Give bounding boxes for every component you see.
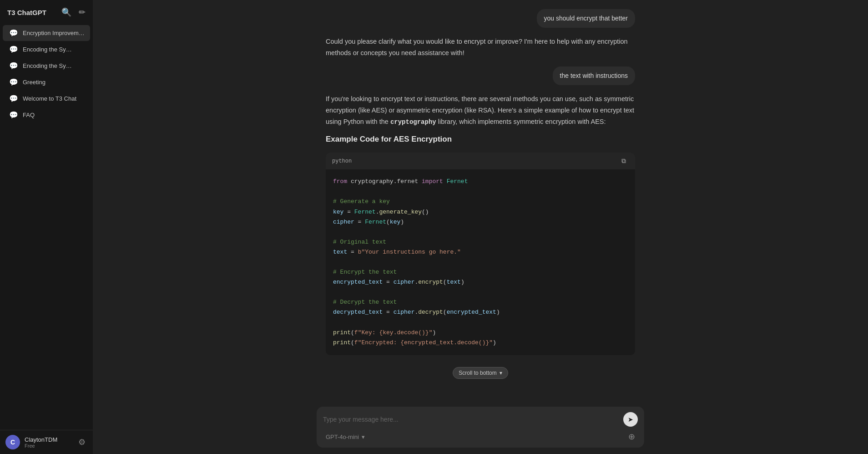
user-bubble-2: the text with instructions	[553, 66, 635, 85]
send-button[interactable]: ➤	[623, 412, 638, 427]
attach-button[interactable]: ⊕	[626, 430, 638, 443]
sidebar-title: T3 ChatGPT	[7, 9, 46, 16]
scroll-to-bottom-button[interactable]: Scroll to bottom ▾	[453, 367, 508, 379]
assistant-message-1: Could you please clarify what you would …	[326, 36, 635, 58]
avatar: C	[5, 435, 20, 449]
sidebar-list: 💬 Encryption Improvement S... 💬 Encoding…	[0, 23, 93, 430]
assistant-text-2-part2: library, which implements symmetric encr…	[438, 118, 606, 125]
assistant-text-2: If you're looking to encrypt text or ins…	[326, 93, 635, 355]
sidebar-footer: C ClaytonTDM Free ⚙	[0, 430, 93, 454]
sidebar-item-encoding-2[interactable]: 💬 Encoding the System Pro ... ···	[3, 58, 90, 74]
sidebar-item-label-1: Encryption Improvement S...	[23, 30, 85, 36]
sidebar-item-label-4: Greeting	[23, 79, 85, 86]
chat-bubble-icon-4: 💬	[9, 78, 18, 87]
search-button[interactable]: 🔍	[60, 6, 73, 18]
example-heading: Example Code for AES Encryption	[326, 133, 635, 146]
user-plan: Free	[25, 443, 57, 449]
sidebar-item-encryption-improvement[interactable]: 💬 Encryption Improvement S...	[3, 25, 90, 41]
sidebar-item-label-6: FAQ	[23, 112, 85, 118]
chevron-down-icon-model: ▾	[362, 434, 365, 440]
assistant-text-1: Could you please clarify what you would …	[326, 36, 635, 58]
assistant-message-2: If you're looking to encrypt text or ins…	[326, 93, 635, 355]
chat-content: you should encrypt that better Could you…	[317, 9, 644, 383]
settings-icon: ⚙	[78, 438, 86, 447]
sidebar: T3 ChatGPT 🔍 ✏ 💬 Encryption Improvement …	[0, 0, 93, 454]
chat-bubble-icon-5: 💬	[9, 94, 18, 103]
attach-icon: ⊕	[628, 432, 635, 441]
code-block: from cryptography.fernet import Fernet #…	[326, 169, 635, 355]
user-message-1: you should encrypt that better	[326, 9, 635, 28]
sidebar-header: T3 ChatGPT 🔍 ✏	[0, 0, 93, 23]
user-info: C ClaytonTDM Free	[5, 435, 57, 449]
copy-button[interactable]: ⧉	[619, 156, 629, 166]
code-block-wrapper: python ⧉ from cryptography.fernet import…	[326, 153, 635, 355]
assistant-paragraph-2: If you're looking to encrypt text or ins…	[326, 93, 635, 128]
assistant-paragraph-1: Could you please clarify what you would …	[326, 36, 635, 58]
user-name: ClaytonTDM	[25, 436, 57, 443]
sidebar-item-encoding-1[interactable]: 💬 Encoding the System Pro ... ···	[3, 41, 90, 57]
input-container: ➤ GPT-4o-mini ▾ ⊕	[317, 407, 644, 448]
scroll-bottom-label: Scroll to bottom	[459, 370, 496, 376]
sidebar-item-label-5: Welcome to T3 Chat	[23, 95, 85, 102]
chat-bubble-icon-6: 💬	[9, 111, 18, 119]
sidebar-item-greeting[interactable]: 💬 Greeting	[3, 74, 90, 90]
code-block-header: python ⧉	[326, 153, 635, 169]
chat-bubble-icon-1: 💬	[9, 29, 18, 37]
user-bubble-1: you should encrypt that better	[537, 9, 635, 28]
inline-code-cryptography: cryptography	[390, 118, 436, 126]
code-lang-label: python	[332, 157, 352, 166]
model-selector[interactable]: GPT-4o-mini ▾	[323, 432, 368, 442]
chat-area: you should encrypt that better Could you…	[93, 0, 868, 402]
header-icons: 🔍 ✏	[60, 6, 87, 18]
user-details: ClaytonTDM Free	[25, 436, 57, 449]
main-panel: you should encrypt that better Could you…	[93, 0, 868, 454]
sidebar-item-faq[interactable]: 💬 FAQ	[3, 107, 90, 123]
send-icon: ➤	[628, 416, 633, 423]
input-area: ➤ GPT-4o-mini ▾ ⊕	[93, 402, 868, 454]
chevron-down-icon: ▾	[500, 370, 502, 376]
new-chat-button[interactable]: ✏	[77, 6, 87, 18]
chat-bubble-icon-2: 💬	[9, 45, 18, 54]
sidebar-item-label-3: Encoding the System Pro ...	[23, 62, 74, 69]
model-label: GPT-4o-mini	[326, 434, 359, 440]
new-chat-icon: ✏	[79, 7, 86, 17]
search-icon: 🔍	[61, 7, 71, 17]
scroll-bottom-container: Scroll to bottom ▾	[326, 363, 635, 383]
sidebar-item-label-2: Encoding the System Pro ...	[23, 46, 74, 53]
settings-button[interactable]: ⚙	[76, 435, 87, 449]
sidebar-item-welcome[interactable]: 💬 Welcome to T3 Chat	[3, 91, 90, 107]
chat-bubble-icon-3: 💬	[9, 61, 18, 70]
input-footer: GPT-4o-mini ▾ ⊕	[323, 430, 638, 443]
user-message-2: the text with instructions	[326, 66, 635, 85]
message-input[interactable]	[323, 415, 620, 424]
input-box: ➤	[323, 412, 638, 427]
copy-icon: ⧉	[621, 157, 626, 165]
